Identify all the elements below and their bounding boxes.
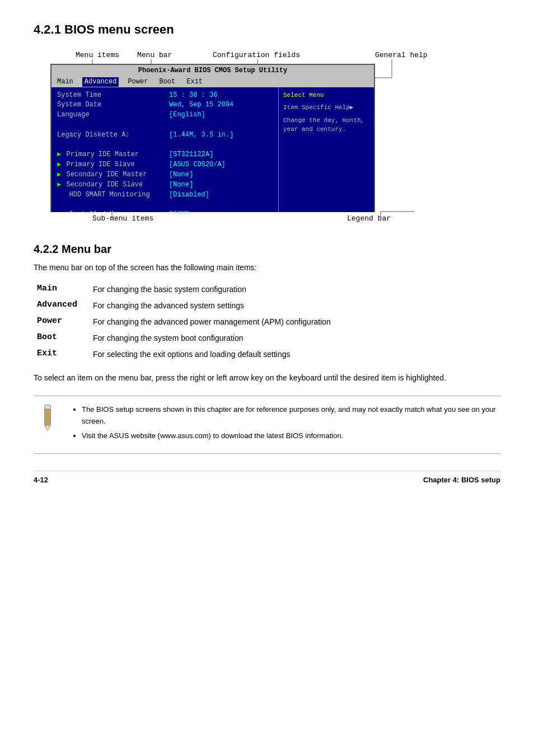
bios-row-pri-master: ▶ Primary IDE Master [ST321122A] [57,150,273,159]
note-item-1: The BIOS setup screens shown in this cha… [82,404,500,428]
bios-menu-exit[interactable]: Exit [184,77,205,87]
bios-row-memory: Installed Memory 256MB [57,210,273,212]
menu-name-advanced: Advanced [34,298,90,314]
menu-table-row: MainFor changing the basic system config… [34,281,500,298]
bios-value-systime: 15 : 30 : 36 [169,91,217,100]
bios-label-pri-master: ▶ Primary IDE Master [57,150,169,159]
menu-table-row: PowerFor changing the advanced power man… [34,314,500,330]
menu-table: MainFor changing the basic system config… [34,281,500,363]
bios-label-systime: System Time [57,91,169,100]
bios-value-lang: [English] [169,110,205,120]
section-422-text: 4.2.2 Menu bar [34,243,111,255]
bios-value-sysdate: Wed, Sep 15 2004 [169,100,233,110]
pencil-icon [36,404,59,432]
menu-table-row: BootFor changing the system boot configu… [34,330,500,346]
bios-value-sec-slave: [None] [169,180,193,190]
bios-row-sec-master: ▶ Secondary IDE Master [None] [57,170,273,180]
bios-menu-advanced[interactable]: Advanced [82,77,119,87]
bios-row-spacer3 [57,200,273,209]
section-421-title: 4.2.1 BIOS menu screen [34,22,500,37]
svg-marker-2 [45,425,51,430]
bios-row-lang: Language [English] [57,110,273,120]
label-menu-bar: Menu bar [137,51,172,59]
note-icon [34,404,62,432]
bios-value-memory: 256MB [169,210,189,212]
menu-name-main: Main [34,281,90,298]
bios-value-pri-master: [ST321122A] [169,150,213,159]
menu-name-power: Power [34,314,90,330]
bios-row-spacer1 [57,120,273,130]
menu-desc-power: For changing the advanced power manageme… [90,314,500,330]
bios-help-select-menu: Select Menu [283,91,369,100]
bios-label-sysdate: System Date [57,100,169,110]
bios-label-lang: Language [57,110,169,120]
section-422-title: 4.2.2 Menu bar [34,243,500,256]
bios-help-item-specific: Item Specific Help▶ [283,103,369,112]
bios-value-sec-master: [None] [169,170,193,180]
bios-body: System Time 15 : 30 : 36 System Date Wed… [51,87,374,212]
svg-rect-1 [45,405,51,409]
menu-desc-main: For changing the basic system configurat… [90,281,500,298]
bios-row-sysdate: System Time 15 : 30 : 36 [57,91,273,100]
bios-label-diskette: Legacy Diskette A: [57,130,169,140]
bios-menu-bar: Main Advanced Power Boot Exit [51,77,374,87]
bios-row-sysdate2: System Date Wed, Sep 15 2004 [57,100,273,110]
menu-table-row: AdvancedFor changing the advanced system… [34,298,500,314]
note-content: The BIOS setup screens shown in this cha… [71,404,500,445]
bios-row-sec-slave: ▶ Secondary IDE Slave [None] [57,180,273,190]
bios-main-panel: System Time 15 : 30 : 36 System Date Wed… [51,87,279,212]
note-list: The BIOS setup screens shown in this cha… [71,404,500,442]
bios-label-pri-slave: ▶ Primary IDE Slave [57,160,169,170]
bios-label-sec-master: ▶ Secondary IDE Master [57,170,169,180]
bios-menu-main[interactable]: Main [55,77,76,87]
section-422: 4.2.2 Menu bar The menu bar on top of th… [34,243,500,454]
label-menu-items: Menu items [76,51,119,59]
menu-desc-advanced: For changing the advanced system setting… [90,298,500,314]
bios-row-hdd-smart: HDD SMART Monitoring [Disabled] [57,190,273,200]
bios-label-hdd-smart: HDD SMART Monitoring [57,190,169,200]
menu-name-boot: Boot [34,330,90,346]
label-general-help: General help [375,51,428,59]
diagram-svg: Menu items Menu bar Configuration fields… [34,47,493,226]
page-footer: 4-12 Chapter 4: BIOS setup [34,471,500,484]
bios-title-bar: Phoenix-Award BIOS CMOS Setup Utility [51,65,374,77]
bios-row-spacer2 [57,140,273,150]
chapter-label: Chapter 4: BIOS setup [423,476,500,484]
intro-text: The menu bar on top of the screen has th… [34,261,500,274]
bios-label-memory: Installed Memory [57,210,169,212]
bios-value-pri-slave: [ASUS CDS20/A] [169,160,226,170]
note-box: The BIOS setup screens shown in this cha… [34,396,500,454]
bios-row-diskette: Legacy Diskette A: [1.44M, 3.5 in.] [57,130,273,140]
label-sub-menu: Sub-menu items [92,214,153,223]
bios-value-hdd-smart: [Disabled] [169,190,209,200]
bios-value-diskette: [1.44M, 3.5 in.] [169,130,233,140]
menu-name-exit: Exit [34,346,90,363]
bios-menu-power[interactable]: Power [125,77,150,87]
bios-diagram: Menu items Menu bar Configuration fields… [34,47,500,226]
menu-table-row: ExitFor selecting the exit options and l… [34,346,500,363]
section-421-text: 4.2.1 BIOS menu screen [34,22,174,36]
bios-label-sec-slave: ▶ Secondary IDE Slave [57,180,169,190]
page-number: 4-12 [34,476,48,484]
label-config-fields: Configuration fields [213,51,300,59]
bios-row-pri-slave: ▶ Primary IDE Slave [ASUS CDS20/A] [57,160,273,170]
note-item-2: Visit the ASUS website (www.asus.com) to… [82,430,500,442]
footer-text: To select an item on the menu bar, press… [34,372,500,384]
menu-table-body: MainFor changing the basic system config… [34,281,500,363]
menu-desc-boot: For changing the system boot configurati… [90,330,500,346]
bios-help-description: Change the day, month,year and century. [283,116,369,134]
bios-screen: Phoenix-Award BIOS CMOS Setup Utility Ma… [50,64,375,212]
bios-menu-boot[interactable]: Boot [157,77,177,87]
bios-help-panel: Select Menu Item Specific Help▶ Change t… [279,87,374,212]
label-legend-bar: Legend bar [347,214,391,223]
menu-desc-exit: For selecting the exit options and loadi… [90,346,500,363]
